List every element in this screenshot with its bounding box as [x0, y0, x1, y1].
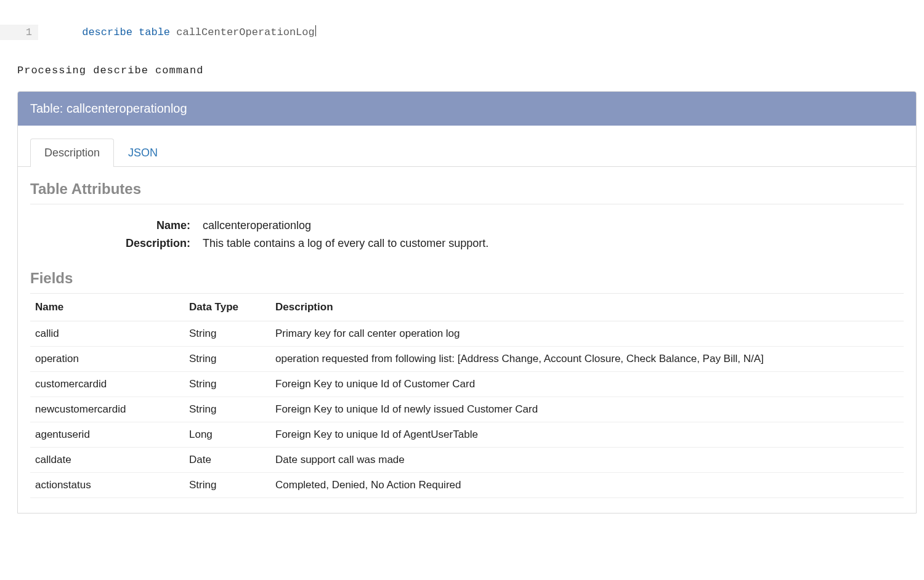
table-row: callidStringPrimary key for call center …: [30, 321, 904, 346]
attr-name-value: callcenteroperationlog: [203, 219, 904, 232]
field-type: Long: [184, 422, 270, 447]
panel-title: Table: callcenteroperationlog: [18, 92, 916, 126]
field-name: operation: [30, 346, 184, 371]
field-description: Primary key for call center operation lo…: [270, 321, 904, 346]
divider: [30, 204, 904, 204]
table-row: operationStringoperation requested from …: [30, 346, 904, 371]
col-header-description: Description: [270, 293, 904, 321]
field-description: Completed, Denied, No Action Required: [270, 472, 904, 497]
field-description: Foreign Key to unique Id of newly issued…: [270, 397, 904, 422]
field-type: String: [184, 346, 270, 371]
field-name: newcustomercardid: [30, 397, 184, 422]
field-name: agentuserid: [30, 422, 184, 447]
field-description: Date support call was made: [270, 447, 904, 472]
code-text[interactable]: describe table callCenterOperationLog: [38, 9, 316, 56]
field-name: callid: [30, 321, 184, 346]
field-name: customercardid: [30, 371, 184, 397]
field-name: actionstatus: [30, 472, 184, 497]
field-type: Date: [184, 447, 270, 472]
fields-section: Fields Name Data Type Description callid…: [18, 270, 916, 498]
field-type: String: [184, 371, 270, 397]
field-name: calldate: [30, 447, 184, 472]
fields-table: Name Data Type Description callidStringP…: [30, 293, 904, 498]
field-description: operation requested from following list:…: [270, 346, 904, 371]
col-header-name: Name: [30, 293, 184, 321]
attributes-heading: Table Attributes: [30, 180, 904, 198]
result-panel: Table: callcenteroperationlog Descriptio…: [17, 91, 917, 514]
attribute-list: Name: callcenteroperationlog Description…: [30, 219, 904, 256]
table-row: calldateDateDate support call was made: [30, 447, 904, 472]
line-number-gutter: 1: [0, 25, 38, 41]
field-description: Foreign Key to unique Id of Customer Car…: [270, 371, 904, 397]
tab-bar: Description JSON: [18, 126, 916, 167]
field-description: Foreign Key to unique Id of AgentUserTab…: [270, 422, 904, 447]
attr-description-label: Description:: [30, 237, 190, 250]
code-identifier: callCenterOperationLog: [176, 26, 314, 38]
code-line[interactable]: 1 describe table callCenterOperationLog: [0, 9, 924, 56]
fields-heading: Fields: [30, 270, 904, 287]
tab-description[interactable]: Description: [30, 139, 114, 167]
table-row: newcustomercardidStringForeign Key to un…: [30, 397, 904, 422]
tab-json[interactable]: JSON: [114, 139, 172, 167]
col-header-type: Data Type: [184, 293, 270, 321]
attr-name-label: Name:: [30, 219, 190, 232]
attributes-section: Table Attributes Name: callcenteroperati…: [18, 180, 916, 256]
table-row: customercardidStringForeign Key to uniqu…: [30, 371, 904, 397]
code-editor[interactable]: 1 describe table callCenterOperationLog: [0, 0, 924, 60]
field-type: String: [184, 397, 270, 422]
text-cursor: [315, 25, 316, 36]
table-row: actionstatusStringCompleted, Denied, No …: [30, 472, 904, 497]
attr-description-value: This table contains a log of every call …: [203, 237, 904, 250]
status-message: Processing describe command: [0, 60, 924, 87]
code-keyword-table: table: [139, 26, 170, 38]
table-header-row: Name Data Type Description: [30, 293, 904, 321]
table-row: agentuseridLongForeign Key to unique Id …: [30, 422, 904, 447]
field-type: String: [184, 321, 270, 346]
code-keyword-describe: describe: [82, 26, 132, 38]
panel-body: Description JSON Table Attributes Name: …: [18, 126, 916, 513]
field-type: String: [184, 472, 270, 497]
